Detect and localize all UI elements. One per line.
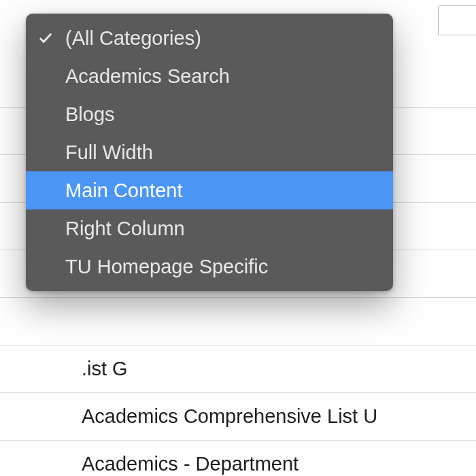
dropdown-item-tu-homepage-specific[interactable]: TU Homepage Specific	[26, 248, 393, 286]
row-label: .ist G	[82, 358, 128, 380]
category-filter-dropdown[interactable]: (All Categories) Academics Search Blogs …	[26, 14, 393, 291]
dropdown-item-label: Right Column	[65, 218, 381, 240]
dropdown-item-label: Academics Search	[65, 65, 381, 88]
dropdown-item-label: Blogs	[65, 103, 381, 126]
dropdown-item-label: (All Categories)	[65, 27, 381, 50]
row-label: Academics - Department	[82, 453, 299, 475]
dropdown-item-full-width[interactable]: Full Width	[26, 133, 393, 171]
dropdown-item-blogs[interactable]: Blogs	[26, 95, 393, 133]
dropdown-item-all-categories[interactable]: (All Categories)	[26, 19, 393, 57]
table-row[interactable]	[0, 298, 476, 345]
table-row[interactable]: Academics - Department	[0, 441, 476, 476]
row-label: Academics Comprehensive List U	[82, 405, 377, 428]
dropdown-item-label: Full Width	[65, 141, 381, 164]
dropdown-item-main-content[interactable]: Main Content	[26, 171, 393, 209]
check-icon	[26, 31, 65, 46]
dropdown-item-label: Main Content	[65, 180, 381, 202]
dropdown-item-label: TU Homepage Specific	[65, 256, 381, 278]
dropdown-item-academics-search[interactable]: Academics Search	[26, 57, 393, 95]
table-row[interactable]: .ist G	[0, 345, 476, 393]
table-row[interactable]: Academics Comprehensive List U	[0, 393, 476, 441]
dropdown-item-right-column[interactable]: Right Column	[26, 209, 393, 248]
